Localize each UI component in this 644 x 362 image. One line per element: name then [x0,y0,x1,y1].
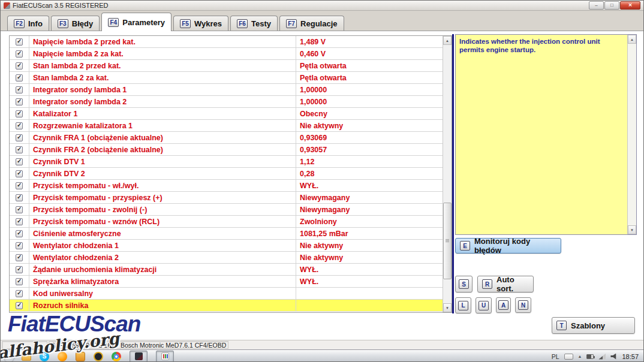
volume-icon[interactable] [610,354,617,360]
row-checkbox[interactable] [16,218,23,225]
language-indicator[interactable]: PL [552,353,559,360]
keyboard-layout-icon[interactable] [564,354,573,360]
tab-info[interactable]: F2 Info [7,16,49,31]
tab-regulacje[interactable]: F7 Regulacje [279,16,344,31]
param-name: Czynnik FRA 1 (obciążenie aktualne) [29,132,296,143]
table-row[interactable]: Sprężarka klimatyzatora WYŁ. [10,276,443,288]
row-checkbox[interactable] [16,98,23,105]
row-checkbox[interactable] [16,290,23,297]
table-row[interactable]: Katalizator 1 Obecny [10,108,443,120]
scroll-up-arrow-icon[interactable]: ▲ [443,36,452,45]
templates-button[interactable]: T Szablony [552,317,635,334]
info-box-scrollbar[interactable]: ▲ ▼ [627,35,636,234]
scrollbar-thumb[interactable] [443,203,452,279]
tab-info-label: Info [28,19,43,28]
table-row[interactable]: Przycisk tempomatu - zwolnij (-) Niewyma… [10,204,443,216]
monitor-error-codes-button[interactable]: E Monitoruj kody błędów [455,238,561,254]
row-checkbox[interactable] [16,62,23,70]
info-scroll-down-icon[interactable]: ▼ [628,225,636,234]
param-name: Żądanie uruchomienia klimatyzacji [29,264,296,275]
tab-bledy[interactable]: F3 Błędy [51,16,100,31]
table-row[interactable]: Czynnik DTV 1 1,12 [10,156,443,168]
clock[interactable]: 18:57 [622,353,639,360]
table-row[interactable]: Ciśnienie atmosferyczne 1081,25 mBar [10,228,443,240]
row-checkbox[interactable] [16,230,23,237]
close-button[interactable]: ✕ [620,1,640,10]
param-name: Przycisk tempomatu - przyspiesz (+) [29,192,296,203]
checkbox-cell [10,60,29,71]
row-checkbox[interactable] [16,242,23,249]
table-row[interactable]: Napięcie lambda 2 przed kat. 1,489 V [10,36,443,48]
table-row[interactable]: Kod uniwersalny [10,288,443,300]
table-row[interactable]: Czynnik FRA 2 (obciążenie aktualne) 0,93… [10,144,443,156]
param-value: 1,00000 [296,96,443,107]
info-scroll-up-icon[interactable]: ▲ [628,35,636,44]
row-checkbox[interactable] [16,134,23,141]
f4-key-badge: F4 [108,18,119,27]
table-row[interactable]: Rozgrzewanie katalizatora 1 Nie aktywny [10,120,443,132]
checkbox-cell [10,288,29,299]
tab-parametery[interactable]: F4 Parametery [101,13,171,31]
scroll-down-arrow-icon[interactable]: ▼ [443,303,452,312]
table-row[interactable]: Stan lambda 2 przed kat. Pętla otwarta [10,60,443,72]
param-name: Czynnik DTV 1 [29,156,296,167]
show-hidden-icons-icon[interactable]: ▲ [578,354,582,358]
table-row[interactable]: Przycisk tempomatu - wznów (RCL) Zwolnio… [10,216,443,228]
row-checkbox[interactable] [16,182,23,189]
tab-wykres[interactable]: F5 Wykres [173,16,228,31]
row-checkbox[interactable] [16,74,23,82]
table-row[interactable]: Przycisk tempomatu - przyspiesz (+) Niew… [10,192,443,204]
checkbox-cell [10,132,29,143]
table-row[interactable]: Napięcie lambda 2 za kat. 0,460 V [10,48,443,60]
sort-button[interactable]: S [455,276,473,292]
row-checkbox[interactable] [16,122,23,129]
main-content: Napięcie lambda 2 przed kat. 1,489 V Nap… [1,31,644,340]
minimize-button[interactable]: – [589,1,604,10]
row-checkbox[interactable] [16,266,23,273]
taskbar-app-fiatecuscan[interactable] [130,351,148,362]
tab-testy[interactable]: F6 Testy [230,16,278,31]
battery-icon[interactable] [586,354,594,359]
param-name: Czynnik FRA 2 (obciążenie aktualne) [29,144,296,155]
table-row[interactable]: Integrator sondy lambda 2 1,00000 [10,96,443,108]
param-value: WYŁ. [296,180,443,191]
row-checkbox[interactable] [16,146,23,153]
table-row[interactable]: Integrator sondy lambda 1 1,00000 [10,84,443,96]
table-scrollbar[interactable]: ▲ ▼ [443,36,452,312]
row-checkbox[interactable] [16,278,23,285]
param-name: Napięcie lambda 2 za kat. [29,48,296,59]
chrome-icon[interactable] [112,352,121,361]
row-checkbox[interactable] [16,158,23,165]
media-player-icon[interactable] [94,352,103,361]
table-row[interactable]: Rozruch silnika [10,300,443,312]
table-row[interactable]: Wentylator chłodzenia 2 Nie aktywny [10,252,443,264]
auto-sort-button[interactable]: R Auto sort. [477,276,534,292]
l-button[interactable]: L [455,297,471,313]
row-checkbox[interactable] [16,86,23,93]
l-key-badge: L [458,301,468,310]
row-checkbox[interactable] [16,170,23,177]
row-checkbox[interactable] [16,206,23,213]
row-checkbox[interactable] [16,194,23,201]
u-button[interactable]: U [476,297,492,313]
row-checkbox[interactable] [16,254,23,261]
row-checkbox[interactable] [16,50,23,58]
app-orange-icon[interactable] [76,352,85,361]
table-row[interactable]: Wentylator chłodzenia 1 Nie aktywny [10,240,443,252]
tab-bledy-label: Błędy [72,19,93,28]
title-bar[interactable]: FiatECUScan 3.5 REGISTERED – □ ✕ [1,1,643,11]
network-icon[interactable] [598,354,606,360]
table-row[interactable]: Stan lambda 2 za kat. Pętla otwarta [10,72,443,84]
maximize-button[interactable]: □ [604,1,619,10]
row-checkbox[interactable] [16,110,23,117]
n-button[interactable]: N [515,297,531,313]
table-row[interactable]: Czynnik DTV 2 0,28 [10,168,443,180]
tab-wykres-label: Wykres [194,19,222,28]
row-checkbox[interactable] [16,302,23,309]
table-row[interactable]: Czynnik FRA 1 (obciążenie aktualne) 0,93… [10,132,443,144]
table-row[interactable]: Przycisk tempomatu - wł./wył. WYŁ. [10,180,443,192]
a-button[interactable]: A [496,297,511,313]
row-checkbox[interactable] [16,38,23,46]
taskbar-app-chart[interactable] [156,351,174,362]
table-row[interactable]: Żądanie uruchomienia klimatyzacji WYŁ. [10,264,443,276]
